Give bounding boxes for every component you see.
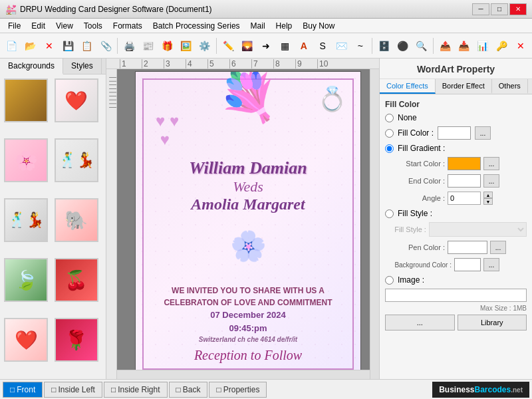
tab-styles[interactable]: Styles <box>63 59 102 74</box>
image-path-input[interactable] <box>385 289 527 302</box>
angle-input[interactable] <box>448 192 481 205</box>
tab-back[interactable]: □ Back <box>169 382 208 398</box>
radio-fill-style[interactable] <box>385 209 394 218</box>
pen-button[interactable]: ✏️ <box>219 37 237 55</box>
tool20-button[interactable]: ⚫ <box>394 37 411 55</box>
tab-properties[interactable]: □ Properties <box>209 382 267 398</box>
fill-color-btn[interactable]: ... <box>475 126 491 140</box>
bg-color-swatch[interactable] <box>454 258 481 271</box>
thumb-6[interactable]: 🐘 <box>55 198 98 242</box>
envelope-button[interactable]: ✉️ <box>332 37 350 55</box>
dots-button[interactable]: ... <box>385 315 455 331</box>
wordart-title: WordArt Property <box>380 59 532 79</box>
shapes-button[interactable]: S <box>314 37 331 55</box>
sep1 <box>117 38 118 54</box>
tool8-button[interactable]: 🎁 <box>158 37 176 55</box>
thumb-9[interactable]: ❤️ <box>4 318 48 362</box>
menu-formats[interactable]: Formats <box>108 20 148 32</box>
start-color-swatch[interactable] <box>448 157 481 170</box>
thumb-7[interactable]: 🍃 <box>4 258 48 302</box>
tool10-button[interactable]: ⚙️ <box>196 37 213 55</box>
radio-none[interactable] <box>385 114 394 122</box>
library-button[interactable]: Library <box>458 315 527 331</box>
db-button[interactable]: 🗄️ <box>375 37 392 55</box>
new-button[interactable]: 📄 <box>3 37 20 55</box>
radio-fill-color-label: Fill Color : <box>398 128 434 138</box>
bottom-bar: □ Front □ Inside Left □ Inside Right □ B… <box>0 379 532 399</box>
image-button[interactable]: 🌄 <box>238 37 255 55</box>
thumb-10[interactable]: 🌹 <box>55 318 98 362</box>
card-text-block: William Damian Weds Amolia Margaret <box>136 158 360 213</box>
tab-color-effects[interactable]: Color Effects <box>380 79 436 94</box>
close-file-button[interactable]: ✕ <box>41 37 58 55</box>
radio-none-row: None <box>385 113 527 122</box>
back-icon: □ <box>176 385 181 394</box>
tool9-button[interactable]: 🖼️ <box>177 37 194 55</box>
text-button[interactable]: A <box>295 37 313 55</box>
open-button[interactable]: 📂 <box>21 37 39 55</box>
radio-fill-color[interactable] <box>385 129 394 138</box>
menu-mail[interactable]: Mail <box>245 20 271 32</box>
save-button[interactable]: 💾 <box>59 37 76 55</box>
card-flowers-mid: 🌸 <box>230 229 267 263</box>
tab-backgrounds[interactable]: Backgrounds <box>0 59 63 74</box>
end-color-swatch[interactable] <box>448 174 481 188</box>
menu-file[interactable]: File <box>3 20 26 32</box>
thumb-1[interactable] <box>4 78 48 122</box>
tool21-button[interactable]: 🔍 <box>413 37 430 55</box>
thumb-4[interactable]: 🕺💃 <box>55 138 98 182</box>
angle-label: Angle : <box>385 194 445 202</box>
thumb-8[interactable]: 🍒 <box>55 258 98 302</box>
radio-fill-gradient[interactable] <box>385 144 394 153</box>
tool5-button[interactable]: 📎 <box>97 37 114 55</box>
vertical-scrollbar[interactable] <box>370 69 379 379</box>
menu-help[interactable]: Help <box>271 20 298 32</box>
minimize-button[interactable]: ─ <box>472 3 489 15</box>
sep4 <box>433 38 434 54</box>
save-as-button[interactable]: 📋 <box>78 37 96 55</box>
angle-up[interactable]: ▲ <box>483 192 493 198</box>
radio-image[interactable] <box>385 276 394 285</box>
thumb-2[interactable]: ❤️ <box>55 78 98 122</box>
tool22-button[interactable]: 📤 <box>436 37 454 55</box>
menu-view[interactable]: View <box>51 20 78 32</box>
tool18-button[interactable]: ~ <box>352 37 369 55</box>
tool25-button[interactable]: 🔑 <box>493 37 510 55</box>
barcode-button[interactable]: ▦ <box>276 37 293 55</box>
menu-tools[interactable]: Tools <box>78 20 108 32</box>
menu-buy[interactable]: Buy Now <box>297 20 340 32</box>
maximize-button[interactable]: □ <box>491 3 508 15</box>
horizontal-scrollbar[interactable] <box>117 370 370 379</box>
pen-color-swatch[interactable] <box>448 241 487 254</box>
print-button[interactable]: 🖨️ <box>120 37 138 55</box>
menu-batch[interactable]: Batch Processing Series <box>148 20 245 32</box>
tab-inside-right[interactable]: □ Inside Right <box>104 382 168 398</box>
tool7-button[interactable]: 📰 <box>140 37 157 55</box>
tool23-button[interactable]: 📥 <box>455 37 472 55</box>
tool24-button[interactable]: 📊 <box>474 37 491 55</box>
inside-right-label: Inside Right <box>118 385 160 394</box>
end-color-btn[interactable]: ... <box>483 174 499 188</box>
close-button[interactable]: ✕ <box>509 3 527 15</box>
bg-color-btn[interactable]: ... <box>483 258 499 271</box>
tab-inside-left[interactable]: □ Inside Left <box>44 382 102 398</box>
mark-4: 5 <box>207 59 229 68</box>
tool13-button[interactable]: ➜ <box>257 37 275 55</box>
menu-edit[interactable]: Edit <box>26 20 51 32</box>
canvas-content[interactable]: 💐 💍 ♥ ♥ ♥ William Damian Weds Amolia Mar… <box>117 69 379 379</box>
start-color-btn[interactable]: ... <box>483 157 499 170</box>
tab-front[interactable]: □ Front <box>3 382 43 398</box>
end-color-row: End Color : ... <box>385 174 527 188</box>
bottom-buttons: ... Library <box>385 315 527 331</box>
card-ring-icon: 💍 <box>317 85 347 113</box>
thumb-3[interactable]: 🌸 <box>4 138 48 182</box>
ruler-area: │││││││││ 💐 💍 ♥ ♥ ♥ William Damian <box>106 69 379 379</box>
tool26-button[interactable]: ✕ <box>512 37 529 55</box>
thumb-5[interactable]: 🕺💃 <box>4 198 48 242</box>
angle-down[interactable]: ▼ <box>483 198 493 205</box>
tab-border-effect[interactable]: Border Effect <box>436 79 492 94</box>
fill-color-swatch[interactable] <box>438 126 471 140</box>
angle-row: Angle : ▲ ▼ <box>385 192 527 205</box>
tab-others[interactable]: Others <box>492 79 528 94</box>
pen-color-btn[interactable]: ... <box>490 241 506 254</box>
